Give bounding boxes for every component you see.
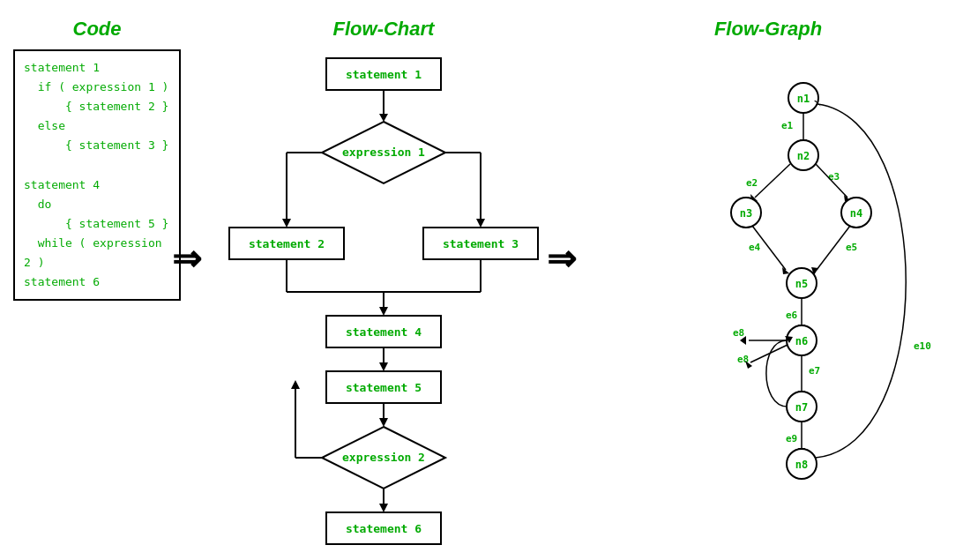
flowgraph-header: Flow-Graph xyxy=(714,18,822,41)
svg-text:e3: e3 xyxy=(828,171,840,183)
code-line-5: { statement 3 } xyxy=(24,136,170,155)
svg-text:n6: n6 xyxy=(795,335,808,347)
svg-text:n2: n2 xyxy=(797,150,810,162)
svg-text:statement 6: statement 6 xyxy=(346,522,422,535)
svg-line-47 xyxy=(755,164,790,198)
svg-marker-3 xyxy=(379,114,388,122)
svg-marker-24 xyxy=(379,362,388,371)
code-line-7: do xyxy=(24,195,170,214)
svg-text:e7: e7 xyxy=(809,365,820,377)
svg-text:e8: e8 xyxy=(733,327,744,339)
code-line-3: { statement 2 } xyxy=(24,97,170,116)
flowchart-header: Flow-Chart xyxy=(333,18,435,41)
svg-marker-33 xyxy=(291,380,300,389)
svg-line-72 xyxy=(750,345,788,362)
svg-marker-58 xyxy=(782,267,789,274)
svg-text:n3: n3 xyxy=(740,207,752,220)
svg-text:n5: n5 xyxy=(795,278,808,290)
svg-marker-28 xyxy=(379,418,388,427)
flowgraph-column: Flow-Graph n1 e1 n2 e2 e3 xyxy=(573,0,963,560)
code-line-9: while ( expression 2 ) xyxy=(24,234,170,273)
svg-marker-8 xyxy=(282,219,291,228)
code-box: statement 1 if ( expression 1 ) { statem… xyxy=(13,49,181,301)
svg-text:expression 2: expression 2 xyxy=(342,451,425,464)
arrow-flowchart-to-flowgraph: ⇒ xyxy=(547,238,577,279)
svg-text:n7: n7 xyxy=(795,401,808,414)
svg-text:e5: e5 xyxy=(846,242,857,253)
code-line-10: statement 6 xyxy=(24,273,170,292)
svg-text:e6: e6 xyxy=(786,310,798,321)
svg-marker-20 xyxy=(379,307,388,316)
code-line-6: statement 4 xyxy=(24,175,170,195)
code-line-1: statement 1 xyxy=(24,58,170,78)
page-container: Code statement 1 if ( expression 1 ) { s… xyxy=(0,0,963,560)
svg-text:expression 1: expression 1 xyxy=(342,146,425,159)
code-line-8: { statement 5 } xyxy=(24,214,170,234)
flowchart-svg: statement 1 expression 1 statement 2 sta… xyxy=(198,49,569,560)
svg-text:e4: e4 xyxy=(749,242,761,253)
code-blank-1 xyxy=(24,155,170,175)
svg-text:e9: e9 xyxy=(786,433,797,444)
svg-text:e10: e10 xyxy=(914,340,931,352)
flowchart-column: Flow-Chart statement 1 expression 1 stat… xyxy=(194,0,573,560)
code-header: Code xyxy=(73,18,122,41)
svg-text:statement 1: statement 1 xyxy=(346,68,422,81)
code-column: Code statement 1 if ( expression 1 ) { s… xyxy=(0,0,194,560)
svg-text:statement 4: statement 4 xyxy=(346,325,422,339)
svg-text:statement 5: statement 5 xyxy=(346,381,422,394)
svg-text:n8: n8 xyxy=(795,459,808,471)
svg-text:e2: e2 xyxy=(746,177,758,189)
svg-text:e1: e1 xyxy=(781,120,794,131)
svg-line-49 xyxy=(816,164,847,198)
flowgraph-svg: n1 e1 n2 e2 e3 n3 n4 xyxy=(601,49,936,560)
arrow-code-to-flowchart: ⇒ xyxy=(172,238,202,279)
svg-marker-35 xyxy=(379,504,388,512)
svg-text:statement 3: statement 3 xyxy=(443,237,519,250)
code-line-4: else xyxy=(24,116,170,136)
code-line-2: if ( expression 1 ) xyxy=(24,78,170,97)
svg-text:n1: n1 xyxy=(797,93,810,105)
svg-marker-11 xyxy=(476,219,485,228)
svg-text:statement 2: statement 2 xyxy=(249,237,325,250)
svg-text:n4: n4 xyxy=(850,207,862,220)
